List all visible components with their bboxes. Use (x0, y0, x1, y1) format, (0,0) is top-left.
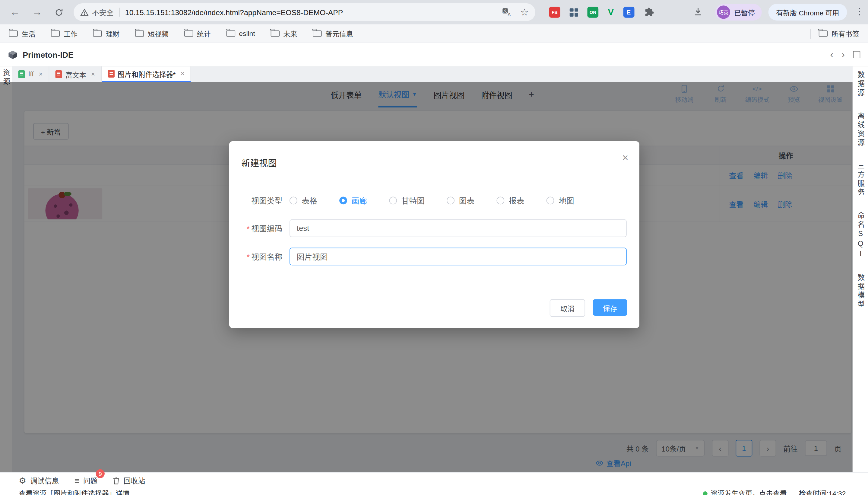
radio-option-map[interactable]: 地图 (547, 195, 574, 206)
forward-icon[interactable]: → (30, 5, 45, 20)
tab-close-icon[interactable]: × (91, 70, 95, 78)
notice-label: 资源发生变更，点击查看 (711, 490, 786, 495)
sync-status-label: 已暂停 (734, 7, 755, 17)
history-forward-icon[interactable]: › (842, 49, 845, 60)
resource-change-notice[interactable]: 资源发生变更，点击查看 (703, 489, 787, 495)
dialog-footer: 取消 保存 (550, 299, 627, 317)
right-rail: 数据源 离线资源 三方服务 命名SQl 数据模型 (853, 66, 868, 472)
history-back-icon[interactable]: ‹ (830, 49, 833, 60)
security-chip[interactable]: 不安全 (80, 7, 113, 17)
tab-label: fff (28, 70, 34, 78)
download-icon[interactable] (693, 7, 703, 19)
bookmark-folder[interactable]: 短视频 (135, 28, 169, 39)
radio-label: 甘特图 (402, 195, 425, 206)
trash-icon (113, 477, 120, 484)
right-rail-services[interactable]: 三方服务 (855, 162, 866, 197)
right-rail-datamodel[interactable]: 数据模型 (855, 274, 866, 309)
restore-window-icon[interactable] (853, 51, 861, 58)
right-rail-datasource[interactable]: 数据源 (855, 71, 866, 98)
tab-label: 富文本 (66, 69, 86, 80)
radio-option-gantt[interactable]: 甘特图 (389, 195, 424, 206)
debug-info-label: 调试信息 (30, 475, 59, 486)
browser-menu-icon[interactable]: ⋮ (855, 5, 864, 17)
radio-label: 表格 (302, 195, 317, 206)
bookmark-folder[interactable]: 统计 (184, 28, 211, 39)
recycle-bin-label: 回收站 (124, 475, 145, 486)
tab-close-icon[interactable]: × (181, 70, 184, 78)
save-button[interactable]: 保存 (593, 299, 627, 316)
file-icon (55, 70, 62, 78)
right-rail-namedsql[interactable]: 命名SQl (855, 211, 866, 259)
folder-icon (819, 31, 828, 36)
folder-icon (93, 31, 102, 36)
view-name-row: *视图名称 (229, 248, 639, 265)
file-icon (18, 70, 25, 78)
dialog-close-icon[interactable]: × (622, 152, 628, 163)
bookmark-folder[interactable]: 未来 (270, 28, 297, 39)
profile-chip[interactable]: 巧英 已暂停 (715, 4, 761, 20)
bookmark-folder[interactable]: 普元信息 (313, 28, 353, 39)
problems-count-badge: 9 (96, 470, 105, 478)
radio-icon (447, 197, 455, 205)
recycle-bin-button[interactable]: 回收站 (113, 475, 145, 486)
dialog-title: 新建视图 (241, 156, 277, 169)
view-name-label: *视图名称 (229, 251, 282, 262)
right-rail-offline[interactable]: 离线资源 (855, 112, 866, 147)
cancel-button[interactable]: 取消 (550, 299, 585, 317)
editor-tab-richtext[interactable]: 富文本 × (49, 66, 102, 82)
status-dot-icon (703, 491, 708, 495)
required-icon: * (247, 253, 250, 261)
app-header: Primeton-IDE ‹ › (0, 43, 868, 66)
editor-tabbar: fff × 富文本 × 图片和附件选择器* × (12, 66, 852, 82)
tab-label: 图片和附件选择器* (118, 69, 176, 79)
new-view-dialog: 新建视图 × 视图类型 表格 画廊 甘特图 图表 报表 地图 *视图编码 *视图… (229, 141, 639, 328)
extension-e-icon[interactable]: E (623, 7, 634, 18)
view-code-label: *视图编码 (229, 223, 282, 234)
radio-option-report[interactable]: 报表 (496, 195, 524, 206)
folder-icon (9, 31, 17, 36)
radio-option-chart[interactable]: 图表 (447, 195, 474, 206)
view-code-input[interactable] (289, 219, 627, 237)
editor-tab-image-picker[interactable]: 图片和附件选择器* × (102, 66, 191, 82)
extension-red-icon[interactable]: FB (549, 7, 560, 18)
view-name-input[interactable] (289, 248, 627, 265)
required-icon: * (247, 224, 250, 233)
bookmark-folder[interactable]: eslint (226, 30, 255, 37)
address-bar[interactable]: 不安全 10.15.15.151:13082/ide/index.html?ap… (74, 3, 535, 21)
debug-info-button[interactable]: ⚙ 调试信息 (19, 475, 59, 486)
bookmark-folder[interactable]: 生活 (9, 28, 35, 39)
editor-tab-fff[interactable]: fff × (12, 66, 49, 82)
bookmark-star-icon[interactable]: ☆ (520, 7, 529, 17)
check-time-label: 检查时间:14:32 (799, 489, 846, 495)
extension-on-icon[interactable]: ON (587, 7, 598, 18)
folder-icon (51, 31, 60, 36)
reload-glyph (54, 7, 63, 17)
status-bar: ⚙ 调试信息 ≡ 问题 9 回收站 (0, 472, 868, 489)
radio-option-gallery[interactable]: 画廊 (339, 195, 367, 206)
radio-option-table[interactable]: 表格 (289, 195, 317, 206)
svg-text:A: A (508, 12, 511, 17)
extension-grid-icon[interactable] (570, 8, 578, 17)
bookmark-folder[interactable]: 理财 (93, 28, 120, 39)
extensions-row: FB ON V E (549, 4, 654, 20)
view-code-row: *视图编码 (229, 219, 639, 237)
bookmark-label: 统计 (197, 28, 211, 39)
extensions-puzzle-icon[interactable] (643, 7, 654, 17)
app-logo (8, 50, 18, 59)
back-icon[interactable]: ← (8, 5, 22, 20)
radio-selected-icon (339, 197, 347, 205)
bookmark-label: 未来 (283, 28, 297, 39)
bookmark-label: 生活 (22, 28, 36, 39)
folder-icon (184, 31, 193, 36)
chrome-update-button[interactable]: 有新版 Chrome 可用 (768, 4, 847, 20)
status-subrow: 查看资源「图片和附件选择器」详情 资源发生变更，点击查看 检查时间:14:32 (0, 489, 868, 495)
extension-v-icon[interactable]: V (608, 7, 614, 17)
radio-icon (389, 197, 397, 205)
file-icon (108, 70, 114, 78)
translate-icon[interactable]: 文A (502, 7, 511, 17)
reload-icon[interactable] (52, 5, 66, 20)
tab-close-icon[interactable]: × (39, 70, 42, 78)
bookmark-folder[interactable]: 工作 (51, 28, 77, 39)
problems-button[interactable]: ≡ 问题 9 (74, 475, 98, 486)
all-bookmarks-button[interactable]: 所有书签 (819, 28, 859, 39)
